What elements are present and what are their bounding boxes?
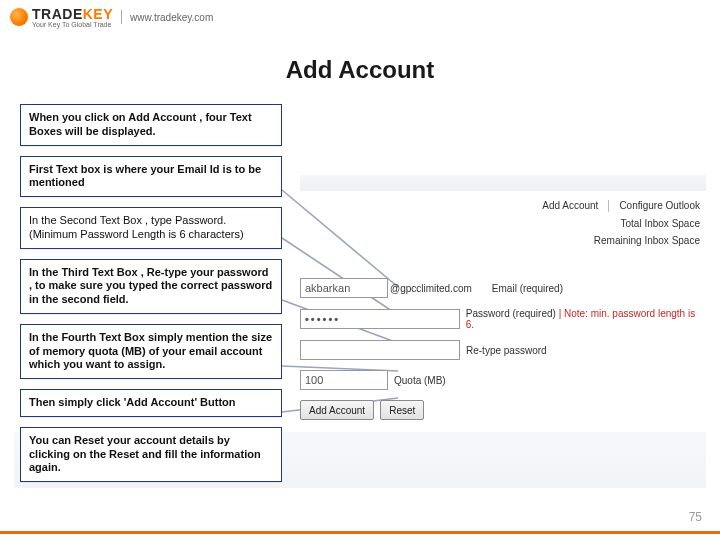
step-text: Then simply click 'Add Account' Button [29,396,236,408]
retype-label: Re-type password [466,345,547,356]
logo-globe-icon [10,8,28,26]
step-text: In the Third Text Box , Re-type your pas… [29,266,272,306]
retype-password-field[interactable] [300,340,460,360]
logo-tagline: Your Key To Global Trade [32,21,113,28]
step-text: When you click on Add Account , four Tex… [29,111,252,137]
page-number: 75 [689,510,702,524]
step-text: You can Reset your account details by cl… [29,434,261,474]
logo-brand-part1: TRADE [32,6,83,22]
preview-pane: Add Account Configure Outlook Total Inbo… [300,170,706,470]
step-box: In the Second Text Box , type Password. … [20,207,282,249]
form-row-password: •••••• Password (required) | Note: min. … [300,308,706,330]
email-field[interactable]: akbarkan [300,278,388,298]
page-title: Add Account [0,56,720,84]
step-box: When you click on Add Account , four Tex… [20,104,282,146]
divider [608,200,609,212]
step-text: In the Fourth Text Box simply mention th… [29,331,272,371]
form-row-retype: Re-type password [300,340,706,360]
step-text: In the Second Text Box , type Password. … [29,214,244,240]
footer-accent-line [0,531,720,534]
email-label: Email (required) [492,283,563,294]
quota-label: Quota (MB) [394,375,446,386]
password-label: Password (required) | Note: min. passwor… [466,308,706,330]
link-remaining-inbox-space[interactable]: Remaining Inbox Space [594,235,700,246]
reset-button[interactable]: Reset [380,400,424,420]
steps-column: When you click on Add Account , four Tex… [20,104,282,492]
button-row: Add Account Reset [300,400,706,420]
password-field[interactable]: •••••• [300,309,460,329]
link-total-inbox-space[interactable]: Total Inbox Space [621,218,701,229]
add-account-button[interactable]: Add Account [300,400,374,420]
step-box: First Text box is where your Email Id is… [20,156,282,198]
logo-brand: TRADEKEY [32,6,113,22]
pane-links: Add Account Configure Outlook Total Inbo… [542,200,700,252]
email-domain: @gpcclimited.com [390,283,472,294]
step-box: In the Third Text Box , Re-type your pas… [20,259,282,314]
tab-add-account[interactable]: Add Account [542,200,598,212]
form-body: akbarkan @gpcclimited.com Email (require… [300,278,706,420]
step-box: You can Reset your account details by cl… [20,427,282,482]
password-label-text: Password (required) [466,308,559,319]
logo-url: www.tradekey.com [121,10,213,24]
quota-field[interactable]: 100 [300,370,388,390]
form-row-quota: 100 Quota (MB) [300,370,706,390]
tab-configure-outlook[interactable]: Configure Outlook [619,200,700,212]
logo-text: TRADEKEY Your Key To Global Trade [32,6,113,28]
logo-brand-part2: KEY [83,6,113,22]
step-text: First Text box is where your Email Id is… [29,163,261,189]
logo-area: TRADEKEY Your Key To Global Trade www.tr… [10,6,213,28]
form-row-email: akbarkan @gpcclimited.com Email (require… [300,278,706,298]
step-box: In the Fourth Text Box simply mention th… [20,324,282,379]
step-box: Then simply click 'Add Account' Button [20,389,282,417]
